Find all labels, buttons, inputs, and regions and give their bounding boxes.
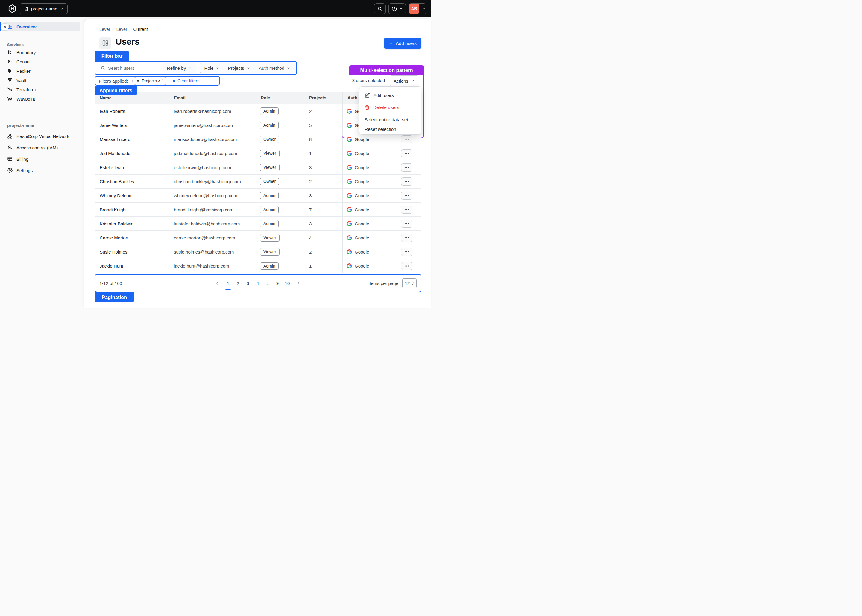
cell-projects: 3 — [304, 160, 342, 174]
row-actions-button[interactable] — [401, 163, 413, 171]
google-icon — [347, 123, 352, 128]
row-actions-button[interactable] — [401, 248, 413, 256]
pagination-page-1[interactable]: 1 — [225, 279, 231, 288]
ellipsis-icon — [404, 195, 409, 196]
sidebar-item-terraform[interactable]: Terraform — [3, 85, 80, 94]
ellipsis-icon — [404, 181, 409, 182]
pagination-page-10[interactable]: 10 — [284, 279, 290, 288]
search-input[interactable] — [97, 63, 163, 73]
sidebar-item-billing[interactable]: Billing — [3, 154, 80, 164]
auth-method-filter-dropdown[interactable]: Auth method — [254, 63, 295, 73]
cell-actions — [392, 231, 421, 245]
google-icon — [347, 108, 352, 114]
pagination-page-3[interactable]: 3 — [245, 279, 251, 288]
table-row: Carole Morton carole.morton@hashicorp.co… — [95, 231, 421, 245]
sidebar-collapse-button[interactable] — [1, 24, 8, 30]
pagination-prev-button[interactable] — [213, 279, 221, 288]
help-menu-button[interactable] — [388, 3, 406, 14]
project-switcher-label: project-name — [31, 6, 58, 11]
row-actions-button[interactable] — [401, 178, 413, 185]
role-filter-dropdown[interactable]: Role — [200, 63, 224, 73]
global-search-button[interactable] — [374, 3, 386, 14]
cell-projects: 7 — [304, 203, 342, 217]
breadcrumb-level-1[interactable]: Level — [99, 27, 110, 32]
pagination-next-button[interactable] — [294, 279, 303, 288]
pagination-page-2[interactable]: 2 — [235, 279, 241, 288]
row-actions-button[interactable] — [401, 192, 413, 200]
cell-name: Brandi Knight — [95, 203, 169, 217]
sidebar-item-waypoint[interactable]: Waypoint — [3, 94, 80, 103]
sidebar-item-access-control[interactable]: Access control (IAM) — [3, 143, 80, 152]
pagination-page-9[interactable]: 9 — [275, 279, 281, 288]
clear-filters-link[interactable]: Clear filters — [173, 79, 199, 83]
cell-actions — [392, 203, 421, 217]
items-per-page-select[interactable]: 12 — [402, 278, 417, 288]
row-actions-button[interactable] — [401, 262, 413, 270]
row-actions-button[interactable] — [401, 135, 413, 143]
sidebar-item-vault[interactable]: Vault — [3, 76, 80, 85]
network-icon — [7, 134, 13, 139]
cell-email: christian.buckley@hashicorp.com — [169, 174, 256, 188]
breadcrumb: Level / Level / Current — [99, 27, 148, 32]
table-row: Estelle Irwin estelle.irwin@hashicorp.co… — [95, 160, 421, 174]
sidebar-item-consul[interactable]: Consul — [3, 57, 80, 66]
cell-email: susie.holmes@hashicorp.com — [169, 245, 256, 259]
menu-item-delete-users[interactable]: Delete users — [360, 102, 421, 113]
column-header-projects[interactable]: Projects — [304, 92, 342, 104]
cell-name: Christian Buckley — [95, 174, 169, 188]
sidebar-item-settings[interactable]: Settings — [3, 165, 80, 175]
column-header-email[interactable]: Email — [169, 92, 256, 104]
hashicorp-logo-icon — [8, 4, 17, 13]
breadcrumb-level-2[interactable]: Level — [116, 27, 127, 32]
sidebar-item-boundary[interactable]: Boundary — [3, 48, 80, 57]
google-icon — [347, 235, 352, 240]
ellipsis-icon — [404, 209, 409, 211]
cell-projects: 3 — [304, 217, 342, 231]
menu-item-select-entire-data-set[interactable]: Select entire data set — [360, 115, 421, 124]
sidebar-item-overview[interactable]: Overview — [3, 22, 80, 31]
add-users-button[interactable]: Add users — [384, 38, 421, 49]
sidebar-item-hvn[interactable]: HashiCorp Virtual Network — [3, 131, 80, 141]
project-switcher[interactable]: project-name — [20, 3, 68, 14]
cell-auth-method: Google — [342, 217, 392, 231]
ellipsis-icon — [404, 237, 409, 239]
pagination-ellipsis: … — [265, 279, 270, 288]
cell-actions — [392, 259, 421, 273]
table-row: Christian Buckley christian.buckley@hash… — [95, 174, 421, 189]
cell-actions — [392, 189, 421, 202]
cell-actions — [392, 174, 421, 188]
sidebar-item-packer[interactable]: Packer — [3, 66, 80, 75]
row-actions-button[interactable] — [401, 149, 413, 157]
sidebar-section-project: project-name — [7, 123, 79, 128]
refine-by-dropdown[interactable]: Refine by — [163, 63, 196, 73]
items-per-page-label: Items per page — [369, 281, 398, 286]
sidebar-item-label: Boundary — [16, 50, 36, 55]
sidebar-section-services: Services — [7, 42, 79, 47]
cell-role: Viewer — [256, 245, 304, 259]
filter-chip-projects[interactable]: Projects > 1 — [132, 77, 168, 85]
pagination-page-4[interactable]: 4 — [255, 279, 261, 288]
boundary-icon — [7, 50, 13, 55]
column-header-role[interactable]: Role — [256, 92, 304, 104]
ellipsis-icon — [404, 167, 409, 168]
row-actions-button[interactable] — [401, 220, 413, 228]
cell-email: carole.morton@hashicorp.com — [169, 231, 256, 245]
cell-projects: 5 — [304, 118, 342, 132]
cell-projects: 2 — [304, 104, 342, 118]
chevron-down-icon — [216, 66, 220, 70]
filters-applied-label: Filters applied: — [99, 79, 128, 83]
projects-filter-dropdown[interactable]: Projects — [224, 63, 254, 73]
cell-auth-method: Google — [342, 203, 392, 217]
cell-name: Carole Morton — [95, 231, 169, 245]
role-badge: Admin — [260, 262, 279, 270]
row-actions-button[interactable] — [401, 206, 413, 214]
account-menu-button[interactable]: AB — [409, 3, 426, 14]
actions-dropdown-button[interactable]: Actions — [390, 75, 418, 86]
role-badge: Admin — [260, 107, 279, 115]
menu-item-edit-users[interactable]: Edit users — [360, 90, 421, 102]
row-actions-button[interactable] — [401, 234, 413, 242]
sidebar-item-label: Billing — [16, 157, 28, 162]
google-icon — [347, 151, 352, 156]
menu-item-reset-selection[interactable]: Reset selection — [360, 124, 421, 134]
applied-filters-row: Filters applied: Projects > 1 Clear filt… — [99, 76, 199, 86]
